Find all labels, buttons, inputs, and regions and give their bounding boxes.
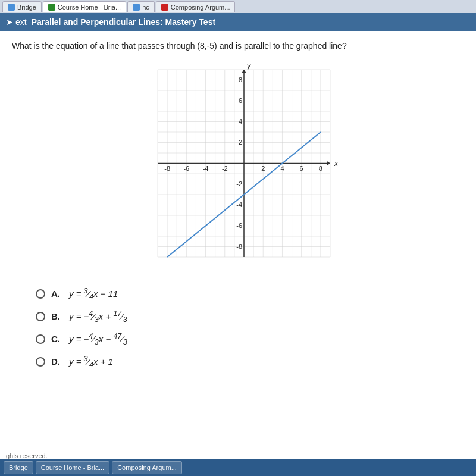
answer-option-b[interactable]: B. y = −4⁄3x + 17⁄3 xyxy=(36,309,464,324)
tab-composing-label: Composing Argum... xyxy=(171,4,230,11)
taskbar: Bridge Course Home - Bria... Composing A… xyxy=(0,459,476,476)
back-button[interactable]: ➤ ext xyxy=(6,17,27,27)
tab-course-label: Course Home - Bria... xyxy=(58,4,121,11)
taskbar-bridge[interactable]: Bridge xyxy=(4,461,33,474)
graph-container xyxy=(12,61,464,275)
answer-letter-b: B. xyxy=(51,311,63,321)
answer-option-d[interactable]: D. y = 3⁄4x + 1 xyxy=(36,355,464,369)
answer-letter-c: C. xyxy=(51,334,63,344)
tab-bridge[interactable]: Bridge xyxy=(2,1,42,12)
tab-course-home[interactable]: Course Home - Bria... xyxy=(43,1,126,12)
graph-canvas xyxy=(134,61,342,275)
footer-text: ghts reserved. xyxy=(6,452,48,459)
answers-container: A. y = 3⁄4x − 11 B. y = −4⁄3x + 17⁄3 C. … xyxy=(12,287,464,369)
composing-favicon xyxy=(161,4,168,11)
answer-option-a[interactable]: A. y = 3⁄4x − 11 xyxy=(36,287,464,301)
page-title: Parallel and Perpendicular Lines: Master… xyxy=(32,17,215,27)
course-favicon xyxy=(48,4,55,11)
radio-d[interactable] xyxy=(36,357,45,367)
tab-hc[interactable]: hc xyxy=(127,1,155,12)
answer-letter-d: D. xyxy=(51,356,63,367)
hc-favicon xyxy=(133,4,140,11)
tab-composing[interactable]: Composing Argum... xyxy=(156,1,236,12)
taskbar-course[interactable]: Course Home - Bria... xyxy=(36,461,109,474)
answer-eq-a: y = 3⁄4x − 11 xyxy=(69,287,118,301)
answer-eq-d: y = 3⁄4x + 1 xyxy=(69,355,113,369)
answer-eq-c: y = −4⁄3x − 47⁄3 xyxy=(69,332,127,346)
answer-eq-b: y = −4⁄3x + 17⁄3 xyxy=(69,309,127,324)
tab-bridge-label: Bridge xyxy=(17,4,36,11)
radio-b[interactable] xyxy=(36,312,45,321)
tab-hc-label: hc xyxy=(142,4,149,11)
question-text: What is the equation of a line that pass… xyxy=(12,40,464,52)
back-label: ext xyxy=(15,17,27,27)
main-content: What is the equation of a line that pass… xyxy=(0,31,476,471)
tab-bar: Bridge Course Home - Bria... hc Composin… xyxy=(0,0,476,13)
bridge-favicon xyxy=(8,4,15,11)
radio-a[interactable] xyxy=(36,289,45,299)
answer-option-c[interactable]: C. y = −4⁄3x − 47⁄3 xyxy=(36,332,464,346)
answer-letter-a: A. xyxy=(51,289,63,299)
back-arrow-icon: ➤ xyxy=(6,17,13,27)
radio-c[interactable] xyxy=(36,334,45,344)
taskbar-composing[interactable]: Composing Argum... xyxy=(112,461,182,474)
app-bar: ➤ ext Parallel and Perpendicular Lines: … xyxy=(0,13,476,31)
